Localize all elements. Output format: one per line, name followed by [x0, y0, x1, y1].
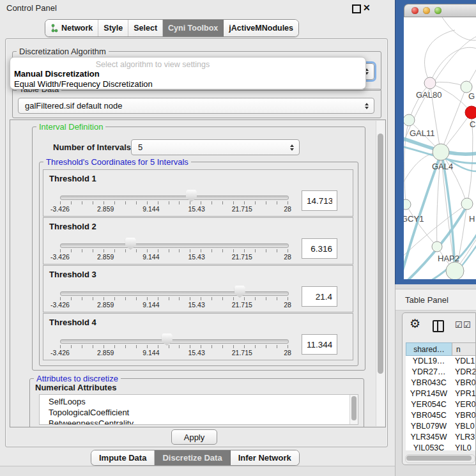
attributes-group: Attributes to discretize Numerical Attri… — [29, 378, 364, 427]
tab-discretize-data[interactable]: Discretize Data — [155, 450, 230, 465]
table-row[interactable]: YBL079WYBL0 — [406, 421, 476, 432]
list-item[interactable]: BetweennessCentrality — [40, 418, 358, 425]
columns-icon[interactable] — [433, 320, 444, 332]
table-cell[interactable]: YBR043C — [406, 378, 452, 388]
table-row[interactable]: YLR345WYLR3 — [406, 432, 476, 443]
threshold-3-value-field[interactable] — [302, 286, 337, 307]
combo-stepper-icon — [290, 144, 294, 151]
threshold-1-slider-thumb[interactable] — [186, 190, 197, 202]
table-cell[interactable]: YPR1 — [452, 388, 476, 399]
tick-label: 9.144 — [142, 205, 159, 213]
cyni-toolbox-panel: Discretization Algorithm Select algorith… — [5, 38, 388, 447]
table-row[interactable]: YDR27…YDR2 — [406, 367, 476, 378]
window-close-icon[interactable] — [411, 7, 418, 14]
table-cell[interactable]: YBR045C — [406, 410, 452, 421]
window-zoom-icon[interactable] — [434, 7, 441, 14]
network-node[interactable] — [433, 144, 449, 160]
tick-label: 2.859 — [97, 349, 114, 357]
dropdown-option-manual-discretization[interactable]: Manual Discretization — [14, 69, 100, 79]
tab-select[interactable]: Select — [128, 20, 163, 36]
tab-jactivemnodules[interactable]: jActiveMNodules — [224, 20, 298, 36]
network-node[interactable] — [424, 77, 436, 89]
window-minimize-icon[interactable] — [423, 7, 430, 14]
checkbox-icon[interactable]: ☑ — [463, 320, 471, 330]
threshold-2-slider-track[interactable] — [60, 243, 289, 248]
network-node[interactable] — [404, 199, 411, 210]
thresholds-group-title: Threshold's Coordinates for 5 Intervals — [43, 157, 191, 167]
table-cell[interactable]: YIL053C — [406, 443, 452, 450]
table-row[interactable]: YPR145WYPR1 — [406, 388, 476, 399]
threshold-3-slider-thumb[interactable] — [234, 286, 245, 298]
number-of-intervals-value: 5 — [138, 142, 142, 152]
list-item[interactable]: TopologicalCoefficient — [40, 407, 358, 418]
table-row[interactable]: YIL053CYIL0 — [406, 443, 476, 450]
table-cell[interactable]: YDR27… — [406, 367, 452, 378]
network-node[interactable] — [432, 242, 442, 252]
tick-label: 21.715 — [232, 301, 252, 309]
tab-impute-data[interactable]: Impute Data — [91, 450, 155, 465]
network-node[interactable] — [446, 262, 464, 279]
table-cell[interactable]: YBL0 — [452, 421, 476, 432]
scrollbar-thumb[interactable] — [406, 456, 472, 461]
network-node[interactable] — [461, 198, 473, 210]
table-cell[interactable]: YPR145W — [406, 388, 452, 399]
table-cell[interactable]: YDR2 — [452, 367, 476, 378]
network-node[interactable] — [404, 114, 415, 126]
table-cell[interactable]: YDL1 — [452, 356, 476, 367]
table-cell[interactable]: YBL079W — [406, 421, 452, 432]
list-vertical-scrollbar[interactable] — [349, 395, 358, 424]
threshold-4-slider-thumb[interactable] — [162, 334, 173, 346]
table-data-combobox[interactable]: galFiltered.sif default node — [18, 98, 374, 114]
table-cell[interactable]: YLR3 — [452, 432, 476, 443]
tick-label: 28 — [284, 301, 291, 309]
gear-icon[interactable]: ⚙ — [410, 317, 420, 331]
checkbox-icon[interactable]: ☑ — [455, 320, 463, 330]
scrollbar-thumb[interactable] — [351, 396, 357, 420]
table-cell[interactable]: YBR0 — [452, 378, 476, 388]
tab-style[interactable]: Style — [98, 20, 128, 36]
settings-vertical-scrollbar[interactable] — [376, 121, 385, 426]
slider-ticks — [60, 345, 288, 348]
tab-infer-network-label: Infer Network — [238, 453, 291, 463]
table-row[interactable]: YBR045CYBR0 — [406, 410, 476, 421]
tab-network[interactable]: Network — [45, 20, 98, 36]
table-horizontal-scrollbar[interactable] — [405, 454, 475, 463]
table-cell[interactable]: YBR0 — [452, 410, 476, 421]
interval-definition-group-title: Interval Definition — [36, 122, 105, 132]
apply-button[interactable]: Apply — [171, 429, 217, 445]
threshold-3-slider-track[interactable] — [60, 291, 289, 296]
threshold-1-value-field[interactable] — [302, 190, 337, 211]
threshold-3-label: Threshold 3 — [49, 270, 96, 279]
threshold-4-value-field[interactable] — [302, 334, 337, 355]
list-item[interactable]: SelfLoops — [40, 395, 358, 407]
table-cell[interactable]: YIL0 — [452, 443, 476, 450]
tab-cyni-toolbox[interactable]: Cyni Toolbox — [163, 20, 224, 36]
table-cell[interactable]: YER054C — [406, 399, 452, 410]
column-header-shared-name[interactable]: shared… — [406, 342, 452, 356]
number-of-intervals-combobox[interactable]: 5 — [131, 139, 300, 155]
tick-label: 9.144 — [142, 349, 159, 357]
threshold-2-slider-thumb[interactable] — [125, 238, 136, 250]
table-row[interactable]: YDL19…YDL1 — [406, 356, 476, 367]
table-cell[interactable]: YDL19… — [406, 356, 452, 367]
threshold-2-value-field[interactable] — [302, 238, 337, 259]
table-cell[interactable]: YER0 — [452, 399, 476, 410]
column-header-name[interactable]: n — [452, 342, 476, 356]
close-icon[interactable]: ✕ — [363, 3, 371, 13]
tab-style-label: Style — [104, 24, 123, 33]
tab-infer-network[interactable]: Infer Network — [231, 450, 299, 465]
table-cell[interactable]: YLR345W — [406, 432, 452, 443]
table-row[interactable]: YER054CYER0 — [406, 399, 476, 410]
scrollbar-thumb[interactable] — [378, 134, 383, 374]
float-window-icon[interactable] — [352, 4, 361, 13]
algorithm-dropdown-popup: Select algorithm to view settings Manual… — [10, 57, 366, 89]
network-canvas[interactable]: GAL80 G GAL11 C GAL4 GCY1 H HAP2 — [404, 17, 476, 279]
network-node-selected[interactable] — [465, 106, 476, 119]
network-window-titlebar[interactable] — [404, 4, 476, 17]
table-row[interactable]: YBR043CYBR0 — [406, 378, 476, 388]
threshold-1-slider-track[interactable] — [60, 196, 289, 200]
dropdown-option-equal-width-frequency[interactable]: Equal Width/Frequency Discretization — [14, 79, 153, 89]
tab-network-label: Network — [61, 24, 93, 33]
threshold-4-slider-track[interactable] — [60, 339, 289, 344]
table-body: YDL19…YDL1 YDR27…YDR2 YBR043CYBR0 YPR145… — [406, 356, 476, 450]
